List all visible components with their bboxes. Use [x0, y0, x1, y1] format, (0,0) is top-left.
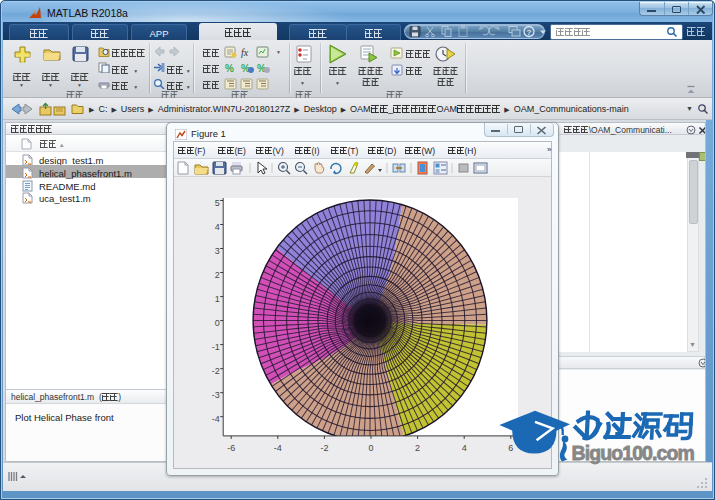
svg-text:1: 1: [215, 294, 220, 304]
svg-text:-2: -2: [212, 366, 220, 376]
svg-text:-3: -3: [212, 390, 220, 400]
svg-text:-2: -2: [320, 443, 328, 453]
svg-text:-1: -1: [212, 342, 220, 352]
svg-text:fx: fx: [241, 47, 249, 58]
svg-text:4: 4: [215, 222, 220, 232]
svg-text:4: 4: [462, 443, 467, 453]
svg-text:-4: -4: [212, 414, 220, 424]
svg-text:?: ?: [527, 28, 532, 37]
svg-text:3: 3: [215, 246, 220, 256]
svg-text:2: 2: [415, 443, 420, 453]
svg-text:2: 2: [215, 270, 220, 280]
svg-text:-6: -6: [227, 443, 235, 453]
svg-text:-4: -4: [274, 443, 282, 453]
svg-text:0: 0: [368, 443, 373, 453]
svg-text:0: 0: [215, 318, 220, 328]
svg-text:5: 5: [215, 198, 220, 208]
